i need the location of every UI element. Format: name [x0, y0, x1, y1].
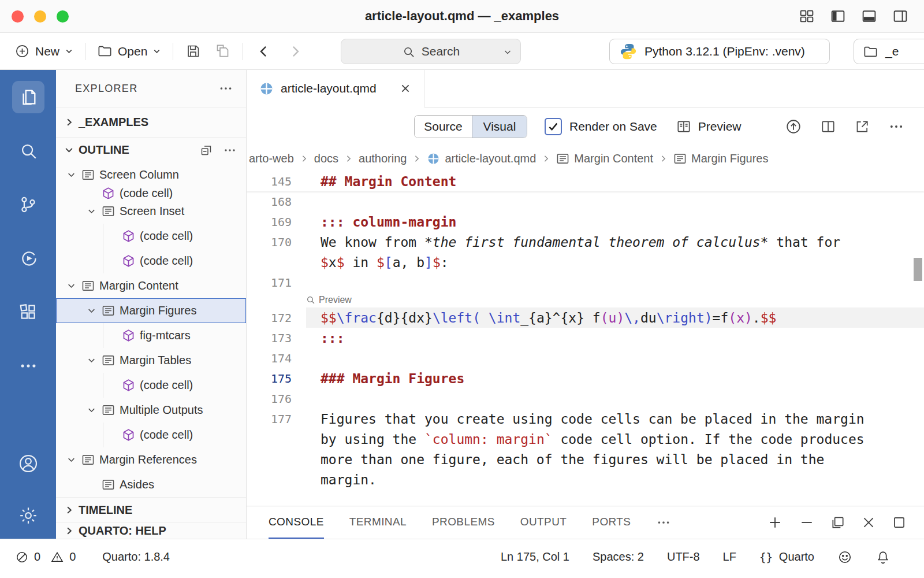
sidebar-section-quarto-help[interactable]: QUARTO: HELP — [56, 522, 246, 539]
source-mode-button[interactable]: Source — [415, 116, 472, 138]
zoom-window-button[interactable] — [57, 10, 69, 23]
math-preview-toggle[interactable]: Preview — [306, 295, 352, 305]
code-line[interactable]: 174 — [247, 348, 924, 368]
eol-selector[interactable]: LF — [723, 550, 736, 564]
panel-more-icon[interactable] — [656, 515, 671, 530]
open-button[interactable]: Open — [91, 43, 167, 59]
code-editor[interactable]: 145## Margin Content168169::: column-mar… — [247, 171, 924, 506]
code-line[interactable]: 173::: — [247, 328, 924, 348]
open-external-icon[interactable] — [854, 118, 870, 135]
panel-add-icon[interactable] — [767, 514, 783, 531]
panel-tab-console[interactable]: CONSOLE — [269, 506, 324, 539]
workspace-button[interactable]: _e — [854, 39, 924, 64]
chevron-down-icon[interactable] — [84, 353, 99, 368]
outline-item[interactable]: (code cell) — [56, 373, 246, 398]
problems-indicator[interactable]: 0 0 — [15, 550, 76, 564]
outline-item[interactable]: Screen Inset — [56, 199, 246, 224]
close-window-button[interactable] — [12, 10, 24, 23]
save-all-icon[interactable] — [208, 43, 237, 59]
breadcrumb-item[interactable]: Margin Figures — [673, 152, 768, 165]
panel-minimize-icon[interactable] — [799, 514, 815, 531]
toggle-secondary-sidebar-icon[interactable] — [892, 8, 909, 25]
code-line[interactable]: by using the `column: margin` code cell … — [247, 429, 924, 449]
interpreter-selector[interactable]: Python 3.12.1 (PipEnv: .venv) — [609, 39, 830, 64]
preview-button[interactable]: Preview — [676, 118, 742, 135]
outline-item[interactable]: Asides — [56, 472, 246, 497]
breadcrumb-item[interactable]: authoring — [359, 152, 407, 165]
sidebar-section-examples[interactable]: _EXAMPLES — [56, 107, 246, 137]
code-line[interactable]: 171 — [247, 272, 924, 292]
outline-item[interactable]: Multiple Outputs — [56, 398, 246, 423]
code-line[interactable]: 172$$\frac{d}{dx}\left( \int_{a}^{x} f(u… — [247, 307, 924, 328]
outline-item[interactable]: (code cell) — [56, 224, 246, 249]
extensions-icon[interactable] — [12, 296, 44, 328]
panel-close-icon[interactable] — [861, 515, 876, 530]
breadcrumb-item[interactable]: article-layout.qmd — [427, 152, 536, 165]
chevron-down-icon[interactable] — [84, 403, 99, 418]
toggle-panel-icon[interactable] — [860, 8, 878, 25]
scrollbar-thumb[interactable] — [914, 258, 922, 281]
outline-more-icon[interactable] — [223, 143, 237, 157]
visual-mode-button[interactable]: Visual — [472, 116, 527, 138]
language-mode[interactable]: {} Quarto — [759, 550, 814, 564]
minimize-window-button[interactable] — [34, 10, 46, 23]
new-button[interactable]: New — [8, 43, 80, 59]
panel-tab-terminal[interactable]: TERMINAL — [349, 506, 407, 539]
panel-tab-ports[interactable]: PORTS — [592, 506, 631, 539]
feedback-smiley-icon[interactable] — [837, 550, 852, 565]
layout-grid-icon[interactable] — [798, 8, 815, 25]
panel-split-icon[interactable] — [830, 515, 845, 530]
outline-item[interactable]: Margin References — [56, 447, 246, 472]
code-line[interactable]: more than one figure, each of the figure… — [247, 449, 924, 469]
split-editor-icon[interactable] — [820, 118, 836, 135]
code-line[interactable]: 170We know from *the first fundamental t… — [247, 232, 924, 252]
outline-item[interactable]: Margin Figures — [56, 298, 246, 323]
code-line[interactable]: 175### Margin Figures — [247, 368, 924, 388]
explorer-more-icon[interactable] — [218, 81, 233, 96]
editor-more-icon[interactable] — [888, 118, 904, 135]
run-debug-icon[interactable] — [12, 242, 44, 275]
source-control-icon[interactable] — [12, 188, 44, 221]
explorer-icon[interactable] — [12, 81, 44, 113]
encoding[interactable]: UTF-8 — [667, 550, 700, 564]
sidebar-section-outline[interactable]: OUTLINE — [56, 137, 246, 162]
code-line[interactable]: 177Figures that you create using code ce… — [247, 409, 924, 429]
settings-gear-icon[interactable] — [12, 499, 44, 532]
panel-maximize-icon[interactable] — [892, 515, 907, 530]
back-icon[interactable] — [248, 43, 280, 60]
breadcrumb-item[interactable]: Margin Content — [556, 152, 653, 165]
outline-item[interactable]: Margin Tables — [56, 348, 246, 373]
account-icon[interactable] — [12, 447, 44, 480]
indentation[interactable]: Spaces: 2 — [593, 550, 644, 564]
chevron-down-icon[interactable] — [84, 303, 99, 318]
more-actions-icon[interactable] — [12, 350, 44, 382]
sidebar-section-timeline[interactable]: TIMELINE — [56, 497, 246, 522]
chevron-down-icon[interactable] — [64, 453, 79, 468]
panel-tab-problems[interactable]: PROBLEMS — [432, 506, 495, 539]
render-on-save-checkbox[interactable] — [545, 118, 562, 135]
search-icon[interactable] — [12, 135, 44, 167]
outline-item[interactable]: (code cell) — [56, 187, 246, 199]
outline-item[interactable]: Margin Content — [56, 273, 246, 298]
chevron-down-icon[interactable] — [84, 204, 99, 219]
quarto-version[interactable]: Quarto: 1.8.4 — [102, 550, 170, 564]
search-input[interactable]: Search — [341, 39, 521, 64]
code-line[interactable]: 176 — [247, 388, 924, 409]
code-line[interactable]: 169::: column-margin — [247, 212, 924, 232]
outline-item[interactable]: (code cell) — [56, 423, 246, 447]
cursor-position[interactable]: Ln 175, Col 1 — [501, 550, 569, 564]
sticky-scroll-line[interactable]: 145## Margin Content — [247, 171, 924, 191]
code-line[interactable]: margin. — [247, 469, 924, 490]
save-icon[interactable] — [178, 43, 208, 59]
breadcrumb-item[interactable]: docs — [314, 152, 338, 165]
code-line[interactable]: 168 — [247, 191, 924, 212]
collapse-all-icon[interactable] — [199, 143, 213, 157]
code-line[interactable]: $x$ in $[a, b]$: — [247, 252, 924, 272]
notifications-bell-icon[interactable] — [875, 550, 891, 565]
chevron-down-icon[interactable] — [64, 168, 79, 183]
tab-article-layout[interactable]: article-layout.qmd — [247, 70, 424, 108]
chevron-down-icon[interactable] — [64, 279, 79, 294]
publish-icon[interactable] — [785, 118, 802, 135]
close-tab-icon[interactable] — [400, 83, 411, 94]
outline-item[interactable]: (code cell) — [56, 249, 246, 273]
